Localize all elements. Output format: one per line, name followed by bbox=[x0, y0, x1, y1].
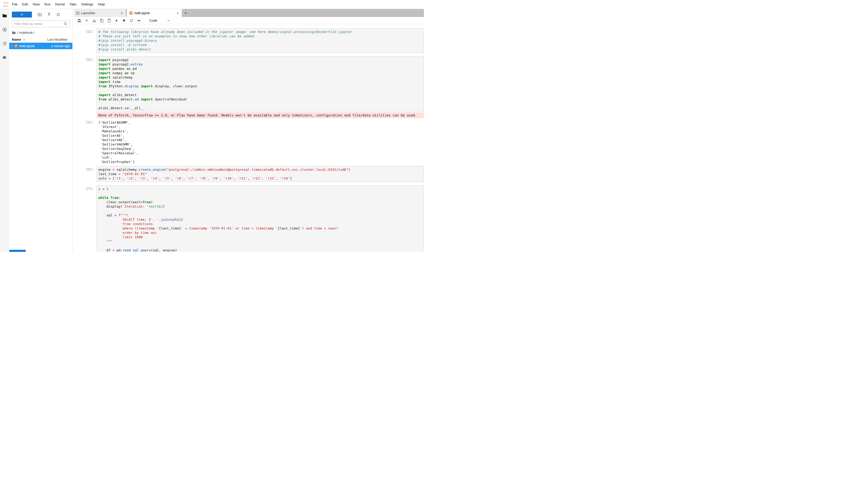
menu-settings[interactable]: Settings bbox=[79, 0, 95, 9]
code-line: import pandas as pd bbox=[98, 67, 422, 71]
code-line: import alibi_detect bbox=[98, 93, 422, 97]
code-line: #!pip install alibi-detect bbox=[98, 47, 422, 52]
sidebar-table-of-contents[interactable] bbox=[2, 40, 8, 47]
run-cell-button[interactable] bbox=[113, 17, 120, 24]
notebook-icon bbox=[129, 11, 133, 15]
code-line: from alibi_detect.od import SpectralResi… bbox=[98, 97, 422, 102]
code-line bbox=[98, 102, 422, 106]
main-row: + bbox=[0, 9, 424, 252]
filter-files-input[interactable] bbox=[14, 22, 64, 26]
column-header-name[interactable]: Name bbox=[12, 38, 21, 41]
breadcrumb[interactable]: / notebook / bbox=[9, 30, 72, 35]
new-folder-button[interactable] bbox=[35, 11, 44, 18]
running-kernels-icon bbox=[2, 27, 7, 32]
cell-type-dropdown[interactable]: Code bbox=[147, 18, 173, 23]
close-tab-icon[interactable]: × bbox=[120, 11, 124, 15]
copy-cells-button[interactable] bbox=[98, 17, 105, 24]
restart-icon bbox=[129, 19, 134, 23]
sidebar-running-kernels[interactable] bbox=[2, 26, 8, 33]
new-tab-button[interactable]: + bbox=[182, 9, 190, 17]
save-button[interactable] bbox=[75, 17, 83, 24]
code-line bbox=[98, 191, 422, 196]
menubar: FileEditViewRunKernelTabsSettingsHelp bbox=[0, 0, 424, 9]
output-line: 'OutlierProphet'] bbox=[98, 160, 422, 164]
insert-cell-button[interactable] bbox=[83, 17, 90, 24]
cell-editor[interactable]: import psycopg2import psycopg2.extrasimp… bbox=[96, 56, 424, 111]
cell-type-value: Code bbox=[149, 19, 157, 22]
file-icon-wrap bbox=[14, 44, 19, 48]
filter-files-box bbox=[12, 20, 70, 27]
file-modified: a minute ago bbox=[51, 44, 70, 48]
notebook-toolbar: Code bbox=[74, 17, 424, 24]
folder-icon bbox=[2, 13, 7, 18]
code-line: where (timestamp '{last_time}' = timesta… bbox=[98, 226, 422, 231]
code-line: import time bbox=[98, 79, 422, 84]
code-line: import psycopg2 bbox=[98, 58, 422, 62]
chevron-down-icon bbox=[167, 19, 170, 22]
cell-prompt: [3]: bbox=[74, 166, 96, 182]
save-icon bbox=[77, 19, 82, 23]
scissors-icon bbox=[92, 19, 96, 23]
stderr-output: None of PyTorch, TensorFlow >= 2.0, or F… bbox=[74, 112, 424, 118]
menu-view[interactable]: View bbox=[30, 0, 42, 9]
jupyter-logo bbox=[2, 1, 10, 8]
paste-cells-button[interactable] bbox=[105, 17, 113, 24]
notebook-cells: [1]:# The following libraries have alrea… bbox=[74, 24, 424, 252]
code-line: order by time asc bbox=[98, 231, 422, 235]
play-icon bbox=[114, 19, 119, 23]
sort-ascending-icon: ▲ bbox=[23, 38, 25, 41]
tab-notebook[interactable]: tsdb.ipynb ● bbox=[127, 9, 182, 17]
tab-launcher-label: Launcher bbox=[81, 11, 118, 15]
workspace: Launcher × tsdb.ipynb ● + bbox=[73, 9, 424, 252]
restart-kernel-button[interactable] bbox=[128, 17, 135, 24]
tab-launcher[interactable]: Launcher × bbox=[74, 9, 126, 17]
code-cell: [2]:import psycopg2import psycopg2.extra… bbox=[74, 56, 424, 111]
cut-cells-button[interactable] bbox=[90, 17, 98, 24]
stop-icon bbox=[122, 19, 126, 22]
restart-run-all-button[interactable] bbox=[135, 17, 143, 24]
tab-bar: Launcher × tsdb.ipynb ● + bbox=[74, 9, 424, 17]
code-line: i = 1 bbox=[98, 187, 422, 191]
menu-kernel[interactable]: Kernel bbox=[53, 0, 67, 9]
code-line: while True: bbox=[98, 196, 422, 200]
unsaved-changes-dot[interactable]: ● bbox=[176, 12, 180, 14]
column-header-last-modified[interactable]: Last Modified bbox=[48, 38, 70, 41]
output-text: ['OutlierAEGMM', 'IForest', 'Mahalanobis… bbox=[96, 120, 424, 164]
interrupt-kernel-button[interactable] bbox=[120, 17, 128, 24]
code-line: import psycopg2.extras bbox=[98, 62, 422, 67]
menu-run[interactable]: Run bbox=[42, 0, 53, 9]
sidebar-file-browser[interactable] bbox=[2, 13, 8, 19]
output-line: 'SpectralResidual', bbox=[98, 151, 422, 155]
code-line: import numpy as np bbox=[98, 71, 422, 75]
cell-prompt: [2]: bbox=[74, 120, 96, 164]
cell-editor[interactable]: i = 1 while True: clear_output(wait=True… bbox=[96, 185, 424, 252]
code-line bbox=[98, 88, 422, 93]
code-line: engine = sqlalchemy.create_engine("postg… bbox=[98, 167, 422, 172]
open-file-dot: • bbox=[11, 43, 14, 49]
code-line: display('Iteration: '+str(i)) bbox=[98, 204, 422, 209]
menu-file[interactable]: File bbox=[10, 0, 20, 9]
cell-editor[interactable]: # The following libraries have already b… bbox=[96, 28, 424, 53]
cell-prompt: [1]: bbox=[74, 28, 96, 53]
menu-tabs[interactable]: Tabs bbox=[67, 0, 79, 9]
new-launcher-button[interactable]: + bbox=[12, 12, 32, 18]
code-line: cols = ['r1', 'r2', 'r3', 'r4', 'r5', 'r… bbox=[98, 176, 422, 181]
upload-button[interactable] bbox=[44, 11, 54, 18]
refresh-file-list-button[interactable] bbox=[54, 11, 63, 18]
code-line: #!pip install psycopg2-binary bbox=[98, 38, 422, 43]
sidebar-extensions[interactable] bbox=[2, 54, 8, 60]
home-folder-icon bbox=[12, 31, 16, 34]
cell-editor[interactable]: engine = sqlalchemy.create_engine("postg… bbox=[96, 166, 424, 182]
new-folder-icon bbox=[38, 12, 42, 17]
search-icon bbox=[64, 22, 68, 26]
code-line: alibi_detect.od.__all__ bbox=[98, 106, 422, 110]
code-cell: [1]:# The following libraries have alrea… bbox=[74, 28, 424, 53]
cell-prompt bbox=[74, 112, 96, 118]
launcher-icon bbox=[76, 11, 79, 15]
file-list-header[interactable]: Name ▲ Last Modified bbox=[9, 36, 72, 43]
code-cell: [*]:i = 1 while True: clear_output(wait=… bbox=[74, 185, 424, 252]
plus-icon bbox=[85, 19, 89, 22]
menu-edit[interactable]: Edit bbox=[20, 0, 30, 9]
file-row[interactable]: •tsdb.ipynba minute ago bbox=[9, 43, 72, 49]
menu-help[interactable]: Help bbox=[95, 0, 107, 9]
